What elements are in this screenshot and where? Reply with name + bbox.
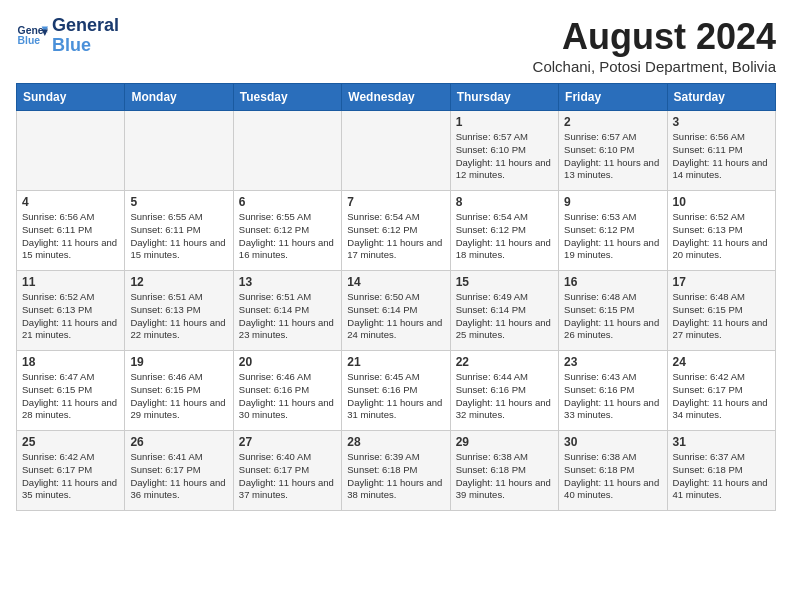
calendar-cell: 31Sunrise: 6:37 AM Sunset: 6:18 PM Dayli… [667, 431, 775, 511]
calendar-cell: 28Sunrise: 6:39 AM Sunset: 6:18 PM Dayli… [342, 431, 450, 511]
day-number: 30 [564, 435, 661, 449]
calendar-cell: 13Sunrise: 6:51 AM Sunset: 6:14 PM Dayli… [233, 271, 341, 351]
day-content: Sunrise: 6:44 AM Sunset: 6:16 PM Dayligh… [456, 371, 553, 422]
calendar-cell: 12Sunrise: 6:51 AM Sunset: 6:13 PM Dayli… [125, 271, 233, 351]
calendar-cell: 5Sunrise: 6:55 AM Sunset: 6:11 PM Daylig… [125, 191, 233, 271]
day-number: 22 [456, 355, 553, 369]
calendar-cell: 23Sunrise: 6:43 AM Sunset: 6:16 PM Dayli… [559, 351, 667, 431]
header-row: SundayMondayTuesdayWednesdayThursdayFrid… [17, 84, 776, 111]
calendar-cell: 29Sunrise: 6:38 AM Sunset: 6:18 PM Dayli… [450, 431, 558, 511]
day-number: 8 [456, 195, 553, 209]
day-number: 1 [456, 115, 553, 129]
week-row-4: 18Sunrise: 6:47 AM Sunset: 6:15 PM Dayli… [17, 351, 776, 431]
day-content: Sunrise: 6:53 AM Sunset: 6:12 PM Dayligh… [564, 211, 661, 262]
day-content: Sunrise: 6:38 AM Sunset: 6:18 PM Dayligh… [564, 451, 661, 502]
day-number: 16 [564, 275, 661, 289]
sub-title: Colchani, Potosi Department, Bolivia [533, 58, 776, 75]
calendar-cell: 1Sunrise: 6:57 AM Sunset: 6:10 PM Daylig… [450, 111, 558, 191]
day-number: 18 [22, 355, 119, 369]
calendar-cell [342, 111, 450, 191]
day-number: 27 [239, 435, 336, 449]
day-content: Sunrise: 6:46 AM Sunset: 6:15 PM Dayligh… [130, 371, 227, 422]
day-number: 11 [22, 275, 119, 289]
day-content: Sunrise: 6:47 AM Sunset: 6:15 PM Dayligh… [22, 371, 119, 422]
day-number: 12 [130, 275, 227, 289]
header-day-friday: Friday [559, 84, 667, 111]
calendar-cell: 15Sunrise: 6:49 AM Sunset: 6:14 PM Dayli… [450, 271, 558, 351]
day-content: Sunrise: 6:54 AM Sunset: 6:12 PM Dayligh… [456, 211, 553, 262]
day-content: Sunrise: 6:39 AM Sunset: 6:18 PM Dayligh… [347, 451, 444, 502]
day-content: Sunrise: 6:48 AM Sunset: 6:15 PM Dayligh… [673, 291, 770, 342]
day-number: 15 [456, 275, 553, 289]
calendar-cell: 27Sunrise: 6:40 AM Sunset: 6:17 PM Dayli… [233, 431, 341, 511]
day-content: Sunrise: 6:56 AM Sunset: 6:11 PM Dayligh… [673, 131, 770, 182]
calendar-cell [17, 111, 125, 191]
day-number: 25 [22, 435, 119, 449]
calendar-cell: 6Sunrise: 6:55 AM Sunset: 6:12 PM Daylig… [233, 191, 341, 271]
day-number: 10 [673, 195, 770, 209]
header-day-sunday: Sunday [17, 84, 125, 111]
day-number: 3 [673, 115, 770, 129]
calendar-cell: 9Sunrise: 6:53 AM Sunset: 6:12 PM Daylig… [559, 191, 667, 271]
svg-text:Blue: Blue [18, 35, 41, 46]
header-day-wednesday: Wednesday [342, 84, 450, 111]
day-number: 31 [673, 435, 770, 449]
calendar-table: SundayMondayTuesdayWednesdayThursdayFrid… [16, 83, 776, 511]
calendar-cell: 17Sunrise: 6:48 AM Sunset: 6:15 PM Dayli… [667, 271, 775, 351]
day-number: 14 [347, 275, 444, 289]
logo-line2: Blue [52, 36, 119, 56]
header-day-thursday: Thursday [450, 84, 558, 111]
calendar-cell: 24Sunrise: 6:42 AM Sunset: 6:17 PM Dayli… [667, 351, 775, 431]
day-content: Sunrise: 6:57 AM Sunset: 6:10 PM Dayligh… [564, 131, 661, 182]
logo-line1: General [52, 16, 119, 36]
calendar-header: SundayMondayTuesdayWednesdayThursdayFrid… [17, 84, 776, 111]
calendar-cell: 14Sunrise: 6:50 AM Sunset: 6:14 PM Dayli… [342, 271, 450, 351]
day-content: Sunrise: 6:55 AM Sunset: 6:11 PM Dayligh… [130, 211, 227, 262]
header-day-tuesday: Tuesday [233, 84, 341, 111]
day-content: Sunrise: 6:55 AM Sunset: 6:12 PM Dayligh… [239, 211, 336, 262]
week-row-5: 25Sunrise: 6:42 AM Sunset: 6:17 PM Dayli… [17, 431, 776, 511]
day-content: Sunrise: 6:40 AM Sunset: 6:17 PM Dayligh… [239, 451, 336, 502]
day-number: 17 [673, 275, 770, 289]
day-content: Sunrise: 6:57 AM Sunset: 6:10 PM Dayligh… [456, 131, 553, 182]
calendar-cell: 3Sunrise: 6:56 AM Sunset: 6:11 PM Daylig… [667, 111, 775, 191]
header-day-saturday: Saturday [667, 84, 775, 111]
day-number: 24 [673, 355, 770, 369]
day-content: Sunrise: 6:45 AM Sunset: 6:16 PM Dayligh… [347, 371, 444, 422]
day-content: Sunrise: 6:38 AM Sunset: 6:18 PM Dayligh… [456, 451, 553, 502]
day-content: Sunrise: 6:51 AM Sunset: 6:13 PM Dayligh… [130, 291, 227, 342]
day-number: 26 [130, 435, 227, 449]
calendar-cell: 19Sunrise: 6:46 AM Sunset: 6:15 PM Dayli… [125, 351, 233, 431]
calendar-cell: 8Sunrise: 6:54 AM Sunset: 6:12 PM Daylig… [450, 191, 558, 271]
day-content: Sunrise: 6:42 AM Sunset: 6:17 PM Dayligh… [22, 451, 119, 502]
day-content: Sunrise: 6:49 AM Sunset: 6:14 PM Dayligh… [456, 291, 553, 342]
day-content: Sunrise: 6:52 AM Sunset: 6:13 PM Dayligh… [22, 291, 119, 342]
week-row-1: 1Sunrise: 6:57 AM Sunset: 6:10 PM Daylig… [17, 111, 776, 191]
day-content: Sunrise: 6:48 AM Sunset: 6:15 PM Dayligh… [564, 291, 661, 342]
day-number: 13 [239, 275, 336, 289]
calendar-cell: 20Sunrise: 6:46 AM Sunset: 6:16 PM Dayli… [233, 351, 341, 431]
calendar-cell: 30Sunrise: 6:38 AM Sunset: 6:18 PM Dayli… [559, 431, 667, 511]
day-number: 6 [239, 195, 336, 209]
day-number: 9 [564, 195, 661, 209]
day-content: Sunrise: 6:46 AM Sunset: 6:16 PM Dayligh… [239, 371, 336, 422]
calendar-cell: 22Sunrise: 6:44 AM Sunset: 6:16 PM Dayli… [450, 351, 558, 431]
calendar-cell: 21Sunrise: 6:45 AM Sunset: 6:16 PM Dayli… [342, 351, 450, 431]
day-number: 23 [564, 355, 661, 369]
day-content: Sunrise: 6:54 AM Sunset: 6:12 PM Dayligh… [347, 211, 444, 262]
day-content: Sunrise: 6:43 AM Sunset: 6:16 PM Dayligh… [564, 371, 661, 422]
calendar-cell: 4Sunrise: 6:56 AM Sunset: 6:11 PM Daylig… [17, 191, 125, 271]
day-number: 2 [564, 115, 661, 129]
page-header: General Blue General Blue August 2024 Co… [16, 16, 776, 75]
title-area: August 2024 Colchani, Potosi Department,… [533, 16, 776, 75]
main-title: August 2024 [533, 16, 776, 58]
day-number: 29 [456, 435, 553, 449]
day-content: Sunrise: 6:41 AM Sunset: 6:17 PM Dayligh… [130, 451, 227, 502]
day-number: 21 [347, 355, 444, 369]
calendar-cell: 26Sunrise: 6:41 AM Sunset: 6:17 PM Dayli… [125, 431, 233, 511]
day-content: Sunrise: 6:37 AM Sunset: 6:18 PM Dayligh… [673, 451, 770, 502]
day-content: Sunrise: 6:42 AM Sunset: 6:17 PM Dayligh… [673, 371, 770, 422]
day-number: 28 [347, 435, 444, 449]
day-number: 20 [239, 355, 336, 369]
calendar-body: 1Sunrise: 6:57 AM Sunset: 6:10 PM Daylig… [17, 111, 776, 511]
